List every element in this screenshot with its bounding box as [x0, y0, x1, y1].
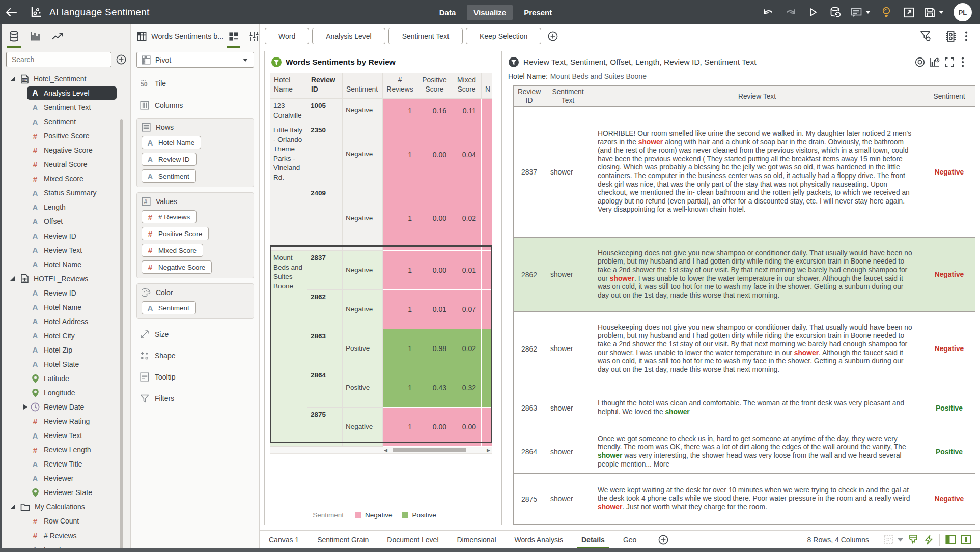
canvas-tab-details[interactable]: Details	[572, 531, 614, 548]
pivot-hotel-cell[interactable]: 123 Coralville	[270, 99, 307, 123]
details-review-text-cell[interactable]: Once we got someone to check us in, hard…	[591, 430, 923, 474]
pivot-value-cell[interactable]: 0.02	[452, 329, 482, 368]
tree-item--reviews[interactable]: ## Reviews	[2, 529, 130, 543]
scrollbar-thumb[interactable]	[393, 448, 466, 452]
tree-item-mixed-score[interactable]: #Mixed Score	[2, 171, 130, 186]
viz-details-table[interactable]: Review Text, Sentiment, Offset, Length, …	[501, 51, 975, 525]
back-button[interactable]	[0, 0, 22, 24]
pivot-review-id-cell[interactable]: 2837	[307, 251, 343, 290]
details-sentiment-cell[interactable]: Negative	[923, 474, 975, 525]
pivot-review-id-cell[interactable]: 2875	[307, 408, 343, 447]
legend-item-positive[interactable]: Positive	[402, 511, 436, 519]
grammar-pill-sentiment[interactable]: ASentiment	[142, 301, 196, 314]
pivot-value-cell[interactable]: 1	[383, 408, 417, 447]
details-row[interactable]: 2837showerHORRIBLE! Our room smelled lik…	[514, 107, 975, 238]
tab-grammar[interactable]	[223, 24, 244, 48]
viz-type-select[interactable]: Pivot	[136, 52, 254, 68]
tree-group-hotel-reviews[interactable]: HOTEL_Reviews	[2, 272, 130, 286]
expand-triangle-icon[interactable]	[9, 276, 16, 281]
details-sentiment-cell[interactable]: Negative	[923, 107, 975, 238]
tab-data-elements[interactable]	[4, 24, 23, 48]
pivot-value-cell[interactable]: 0.00	[452, 408, 482, 447]
scroll-right-arrow-icon[interactable]: ▶	[487, 448, 490, 453]
grammar-pill--reviews[interactable]: ## Reviews	[142, 210, 197, 223]
pivot-value-cell[interactable]: 0.01	[417, 290, 452, 329]
redo-button[interactable]	[779, 8, 802, 17]
pivot-value-cell[interactable]	[482, 290, 493, 329]
add-filter-button[interactable]	[548, 31, 558, 41]
details-sentiment-cell[interactable]: Positive	[923, 386, 975, 430]
auto-insights-button[interactable]	[921, 535, 936, 545]
tree-item-sentiment-text[interactable]: ASentiment Text	[2, 100, 130, 114]
tree-item-neutral-score[interactable]: #Neutral Score	[2, 157, 130, 171]
details-word-cell[interactable]: shower	[545, 474, 591, 525]
details-review-text-cell[interactable]: HORRIBLE! Our room smelled like urine th…	[591, 107, 923, 238]
tree-group-my-calculations[interactable]: My Calculations	[2, 500, 130, 514]
pivot-value-cell[interactable]: 0.32	[452, 368, 482, 408]
tab-analytics[interactable]	[48, 24, 67, 48]
mode-tab-data[interactable]: Data	[433, 5, 463, 20]
details-word-cell[interactable]: shower	[545, 430, 591, 474]
pivot-value-cell[interactable]	[482, 186, 493, 251]
pivot-value-cell[interactable]: 0.02	[452, 186, 482, 251]
pivot-review-id-cell[interactable]: 2863	[307, 329, 343, 368]
tree-item-offset[interactable]: AOffset	[2, 214, 130, 228]
details-word-cell[interactable]: shower	[545, 238, 591, 312]
details-review-id-cell[interactable]: 2875	[514, 474, 545, 525]
details-word-cell[interactable]: shower	[545, 107, 591, 238]
pivot-col-header[interactable]: Review ID	[307, 73, 343, 99]
pivot-value-cell[interactable]: 0.11	[452, 99, 482, 123]
undo-button[interactable]	[757, 8, 779, 17]
tree-item-status-summary[interactable]: AStatus Summary	[2, 186, 130, 200]
pivot-value-cell[interactable]: 1	[383, 329, 417, 368]
canvas-layout-button[interactable]	[882, 535, 906, 545]
grammar-tool-tooltip[interactable]: Tooltip	[136, 366, 254, 388]
pivot-col-header[interactable]: N	[482, 73, 493, 99]
tree-item-longitude[interactable]: Longitude	[2, 386, 130, 400]
scroll-left-arrow-icon[interactable]: ◀	[384, 448, 387, 453]
grammar-pill-positive-score[interactable]: #Positive Score	[142, 227, 209, 240]
expand-triangle-icon[interactable]	[9, 77, 16, 81]
pivot-col-header[interactable]: Sentiment	[343, 73, 383, 99]
run-button[interactable]	[802, 7, 824, 17]
details-review-id-cell[interactable]: 2864	[514, 430, 545, 474]
pivot-sentiment-cell[interactable]: Negative	[343, 290, 383, 329]
save-menu-button[interactable]	[920, 7, 948, 18]
tree-item-hotel-address[interactable]: AHotel Address	[2, 314, 130, 329]
comment-menu-button[interactable]	[847, 8, 875, 17]
mode-tab-visualize[interactable]: Visualize	[467, 5, 513, 20]
tree-item-review-id[interactable]: AReview ID	[2, 229, 130, 243]
pivot-value-cell[interactable]: 0.00	[417, 123, 452, 186]
details-review-id-cell[interactable]: 2837	[514, 107, 545, 238]
tree-item-review-length[interactable]: #Review Length	[2, 443, 130, 457]
tree-item-review-title[interactable]: AReview Title	[2, 457, 130, 471]
details-word-cell[interactable]: shower	[545, 386, 591, 430]
details-row[interactable]: 2875showerWe were kept waiting at the de…	[514, 474, 975, 525]
grammar-pill-hotel-name[interactable]: AHotel Name	[142, 136, 201, 149]
pivot-value-cell[interactable]: 1	[383, 123, 417, 186]
details-row[interactable]: 2864showerOnce we got someone to check u…	[514, 430, 975, 474]
filter-pill-word[interactable]: Word	[265, 28, 309, 44]
canvas-tab-dimensional[interactable]: Dimensional	[448, 531, 506, 548]
details-row[interactable]: 2862showerHousekeeping does not give you…	[514, 238, 975, 312]
pivot-hotel-cell[interactable]: Little Italy - Orlando Theme Parks - Vin…	[270, 123, 307, 251]
pivot-review-id-cell[interactable]: 2864	[307, 368, 343, 408]
pivot-col-header[interactable]: Hotel Name	[270, 73, 307, 99]
pivot-col-header[interactable]: # Reviews	[383, 73, 417, 99]
details-review-id-cell[interactable]: 2863	[514, 386, 545, 430]
tree-item-review-text[interactable]: AReview Text	[2, 243, 130, 257]
filter-pill-analysis-level[interactable]: Analysis Level	[312, 28, 385, 44]
toggle-left-panel-button[interactable]	[943, 535, 958, 544]
pivot-col-header[interactable]: Positive Score	[417, 73, 452, 99]
pivot-value-cell[interactable]: 1	[383, 368, 417, 408]
target-mode-button[interactable]	[912, 57, 927, 67]
tree-item-hotel-name[interactable]: AHotel Name	[2, 257, 130, 272]
pivot-value-cell[interactable]: 0.07	[452, 290, 482, 329]
tree-item-review-rating[interactable]: #Review Rating	[2, 414, 130, 428]
details-review-text-cell[interactable]: I thought the hotel was clean and comfor…	[591, 386, 923, 430]
user-avatar[interactable]: PL	[954, 3, 972, 21]
details-sentiment-cell[interactable]: Positive	[923, 430, 975, 474]
mode-tab-present[interactable]: Present	[517, 5, 558, 20]
details-sentiment-cell[interactable]: Negative	[923, 238, 975, 312]
data-settings-button[interactable]	[941, 31, 960, 42]
